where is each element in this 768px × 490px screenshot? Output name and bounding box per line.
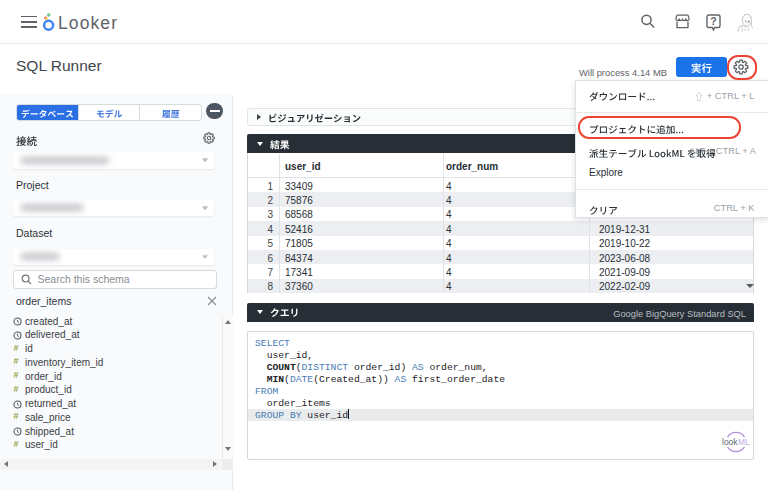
svg-text:?: ?: [710, 15, 716, 27]
svg-text:ML: ML: [738, 437, 750, 447]
svg-text:look: look: [722, 437, 738, 447]
